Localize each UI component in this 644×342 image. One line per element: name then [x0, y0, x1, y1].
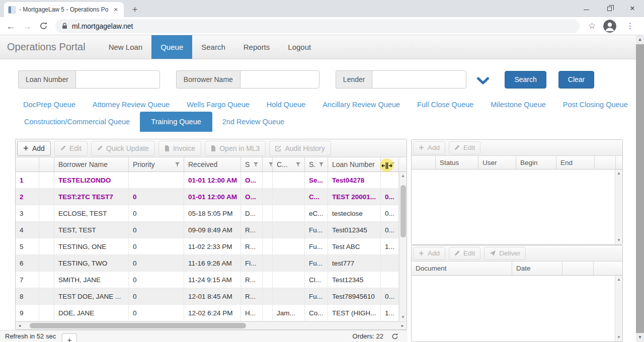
clear-button[interactable]: Clear — [558, 71, 594, 89]
scroll-thumb[interactable] — [400, 185, 406, 237]
column-header[interactable] — [263, 157, 273, 172]
nav-item[interactable]: Search — [192, 35, 234, 59]
order-row[interactable]: 1 TESTELIZONDO 01-01 12:00 AM O... Se...… — [16, 172, 399, 189]
scroll-down-icon[interactable]: ▼ — [617, 333, 621, 341]
filter-icon[interactable] — [294, 162, 300, 167]
scroll-left-icon[interactable]: ◄ — [16, 324, 24, 327]
restore-button[interactable] — [598, 0, 621, 16]
column-header[interactable]: S — [241, 157, 263, 172]
order-row[interactable]: 8 TEST DOE, JANE ... 0 12-01 8:45 AM R..… — [16, 288, 399, 305]
add-order-button[interactable]: + — [62, 333, 77, 342]
column-header[interactable]: End — [556, 156, 595, 169]
column-header[interactable]: Received — [184, 157, 241, 172]
column-header[interactable] — [16, 157, 39, 172]
queue-tab[interactable]: Construction/Commercial Queue — [23, 112, 131, 132]
borrower-name-input[interactable] — [240, 70, 319, 89]
orders-horizontal-scrollbar[interactable]: ◄ ► — [16, 321, 407, 329]
order-row[interactable]: 4 TEST, TEST 0 09-09 8:49 AM R... Fu... … — [16, 222, 399, 238]
column-header[interactable] — [412, 156, 436, 169]
reload-icon[interactable] — [39, 22, 48, 30]
toolbar-button[interactable]: Add — [413, 141, 445, 154]
queue-tab[interactable]: 2nd Review Queue — [221, 112, 285, 132]
bookmark-star-icon[interactable]: ☆ — [588, 21, 596, 31]
scroll-right-icon[interactable]: ► — [398, 324, 407, 327]
toolbar-button[interactable]: Add — [17, 141, 51, 156]
scroll-up-icon[interactable]: ▲ — [638, 35, 642, 44]
page-scrollbar[interactable]: ▲ ▼ — [636, 35, 644, 342]
profile-avatar[interactable] — [603, 20, 616, 33]
queue-tab[interactable]: Training Queue — [140, 112, 212, 132]
column-header[interactable]: Date — [512, 262, 562, 275]
queue-tab[interactable]: Milestone Queue — [491, 99, 546, 111]
scroll-track[interactable] — [24, 322, 398, 329]
order-row[interactable]: 9 DOE, JANE 0 12-02 6:24 PM H... Jam... … — [16, 305, 399, 321]
close-button[interactable]: × — [621, 0, 644, 16]
column-header[interactable]: Priority — [129, 157, 184, 172]
status-vertical-scrollbar[interactable]: ▲ ▼ — [615, 169, 622, 244]
scroll-thumb[interactable] — [636, 44, 644, 333]
order-row[interactable]: 7 SMITH, JANE 0 11-24 9:15 AM R... Cl...… — [16, 272, 399, 288]
column-header[interactable] — [39, 157, 54, 172]
scroll-up-icon[interactable]: ▲ — [401, 172, 405, 180]
lock-icon[interactable] — [62, 23, 67, 29]
browser-menu-icon[interactable]: ⋮ — [624, 21, 636, 31]
column-header[interactable]: Status — [436, 156, 478, 169]
lender-input[interactable] — [372, 70, 466, 89]
order-row[interactable]: 2 TEST:2TC TEST7 0 01-01 12:00 AM O... C… — [16, 189, 399, 205]
order-row[interactable]: 3 ECLOSE, TEST 0 05-18 5:05 PM D... eC..… — [16, 205, 399, 222]
nav-item[interactable]: Reports — [234, 35, 279, 59]
order-row[interactable]: 5 TESTING, ONE 0 11-02 2:33 PM R... Fu..… — [16, 238, 399, 255]
nav-item[interactable]: Queue — [151, 35, 192, 59]
nav-item[interactable]: New Loan — [100, 35, 152, 59]
toolbar-button[interactable]: Quick Update — [91, 141, 155, 156]
column-header[interactable]: Loan Number — [328, 157, 381, 172]
browser-tab[interactable]: - MortgageLaw 5 - Operations Po × — [4, 2, 124, 17]
scroll-up-icon[interactable]: ▲ — [617, 169, 621, 178]
toolbar-button[interactable]: Audit History — [269, 141, 331, 156]
new-tab-button[interactable]: + — [128, 3, 142, 17]
scroll-thumb[interactable] — [30, 323, 246, 328]
loan-number-input[interactable] — [75, 70, 160, 89]
filter-icon[interactable] — [317, 162, 324, 167]
orders-vertical-scrollbar[interactable]: ▲ ▼ — [399, 172, 407, 321]
column-header[interactable] — [594, 262, 623, 275]
filter-icon[interactable] — [267, 162, 273, 167]
nav-item[interactable]: Logout — [279, 35, 320, 59]
scroll-up-icon[interactable]: ▲ — [617, 276, 621, 284]
queue-tab[interactable]: Post Closing Queue — [563, 99, 628, 111]
toolbar-button[interactable]: Edit — [449, 247, 480, 260]
queue-tab[interactable]: Full Close Queue — [417, 99, 473, 111]
tab-close-icon[interactable]: × — [112, 6, 120, 14]
filter-icon[interactable] — [252, 162, 258, 167]
queue-tab[interactable]: Ancillary Review Queue — [323, 99, 400, 111]
column-header[interactable]: C... — [273, 157, 305, 172]
queue-tab[interactable]: Wells Fargo Queue — [187, 99, 250, 111]
toolbar-button[interactable]: Deliver — [484, 247, 526, 260]
column-header[interactable]: Begin — [516, 156, 556, 169]
refresh-icon[interactable] — [391, 333, 398, 340]
expand-search-chevron-icon[interactable] — [476, 77, 490, 85]
scroll-down-icon[interactable]: ▼ — [401, 313, 405, 321]
search-button[interactable]: Search — [505, 71, 546, 89]
column-header[interactable] — [562, 262, 594, 275]
documents-vertical-scrollbar[interactable]: ▲ ▼ — [615, 276, 622, 341]
toolbar-button[interactable]: Edit — [54, 141, 88, 156]
back-icon[interactable]: ← — [6, 22, 15, 31]
address-bar[interactable]: ml.mortgagelaw.net — [55, 19, 580, 33]
order-row[interactable]: 6 TESTING, TWO 0 11-16 9:26 AM Fi... Fu.… — [16, 255, 399, 272]
queue-tab[interactable]: Attorney Review Queue — [93, 99, 170, 111]
toolbar-button[interactable]: Add — [413, 247, 445, 260]
column-header[interactable]: S. — [305, 157, 328, 172]
toolbar-button[interactable]: Open in ML3 — [205, 141, 266, 156]
scroll-down-icon[interactable]: ▼ — [638, 333, 642, 342]
toolbar-button[interactable]: Invoice — [158, 141, 201, 156]
column-header[interactable]: Document — [412, 262, 512, 275]
column-header[interactable] — [595, 156, 616, 169]
column-header[interactable]: Borrower Name — [54, 157, 129, 172]
filter-icon[interactable] — [173, 162, 180, 167]
minimize-button[interactable] — [575, 0, 598, 16]
queue-tab[interactable]: DocPrep Queue — [23, 99, 75, 111]
column-header[interactable]: User — [478, 156, 516, 169]
queue-tab[interactable]: Hold Queue — [267, 99, 305, 111]
column-header[interactable] — [616, 156, 623, 169]
